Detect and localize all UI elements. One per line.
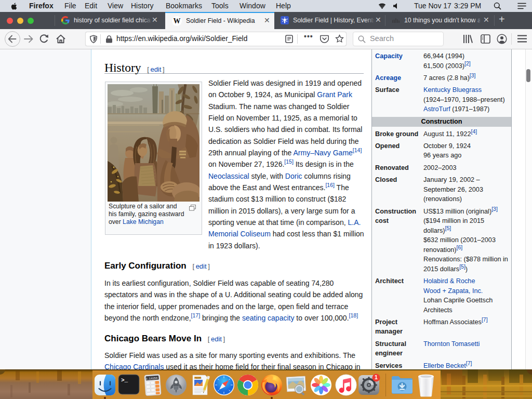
svg-text:1: 1 (375, 374, 378, 380)
svg-text:PAGES: PAGES (195, 377, 202, 379)
svg-text:>_: >_ (121, 377, 128, 383)
